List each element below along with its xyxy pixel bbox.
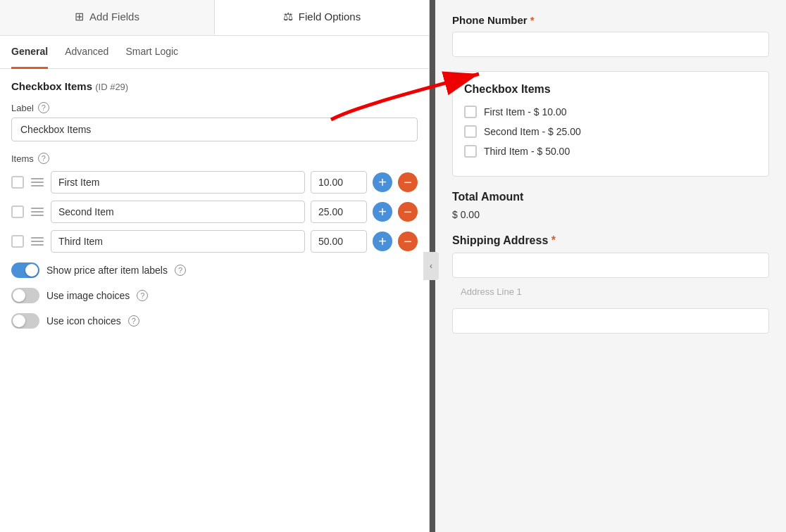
item-2-price-input[interactable] <box>311 201 367 223</box>
checkbox-items-section: Checkbox Items First Item - $ 10.00 Seco… <box>452 71 769 177</box>
toggle-use-image-label: Use image choices <box>46 290 130 301</box>
collapse-icon: ‹ <box>430 261 432 271</box>
field-options-label: Field Options <box>299 11 361 23</box>
total-amount-section: Total Amount $ 0.00 <box>452 191 769 220</box>
item-row-3: + − <box>11 230 418 253</box>
item-3-text-input[interactable] <box>51 230 305 253</box>
top-tab-bar: ⊞ Add Fields ⚖ Field Options <box>0 0 429 36</box>
item-1-text-input[interactable] <box>51 171 305 194</box>
phone-number-label: Phone Number * <box>452 14 769 26</box>
shipping-address-title: Shipping Address * <box>452 234 769 247</box>
item-3-checkbox[interactable] <box>11 235 24 248</box>
form-checkbox-1[interactable] <box>464 106 477 118</box>
toggle-row-use-image: Use image choices ? <box>11 288 418 303</box>
item-1-checkbox[interactable] <box>11 176 24 189</box>
form-checkbox-2[interactable] <box>464 125 477 138</box>
item-1-price-input[interactable] <box>311 171 367 194</box>
items-help-icon[interactable]: ? <box>38 153 49 164</box>
collapse-handle[interactable]: ‹ <box>423 252 439 280</box>
item-row-1: + − <box>11 171 418 194</box>
phone-required-star: * <box>530 14 535 26</box>
tab-general[interactable]: General <box>11 36 48 69</box>
right-panel: Phone Number * Checkbox Items First Item… <box>435 0 786 532</box>
item-2-remove-button[interactable]: − <box>398 202 418 222</box>
toggle-show-price[interactable] <box>11 262 39 278</box>
toggle-use-image[interactable] <box>11 288 39 303</box>
field-content-area: Checkbox Items (ID #29) Label ? Items ? … <box>0 69 429 532</box>
form-checkbox-3[interactable] <box>464 145 477 158</box>
show-price-help-icon[interactable]: ? <box>175 265 186 276</box>
label-text: Label <box>11 103 34 113</box>
item-3-add-button[interactable]: + <box>373 232 392 251</box>
label-input[interactable] <box>11 118 418 141</box>
item-2-add-button[interactable]: + <box>373 202 392 222</box>
toggle-show-price-label: Show price after item labels <box>46 265 168 276</box>
item-row-2: + − <box>11 201 418 223</box>
label-field-row: Label ? <box>11 102 418 113</box>
field-title-text: Checkbox Items <box>11 80 92 92</box>
tab-add-fields[interactable]: ⊞ Add Fields <box>0 0 215 35</box>
item-2-text-input[interactable] <box>51 201 305 223</box>
checkbox-option-2-label: Second Item - $ 25.00 <box>484 126 581 137</box>
tab-field-options[interactable]: ⚖ Field Options <box>215 0 429 35</box>
toggle-row-use-icon: Use icon choices ? <box>11 313 418 329</box>
checkbox-option-1: First Item - $ 10.00 <box>464 106 757 118</box>
address-input-box[interactable] <box>452 253 769 278</box>
item-1-add-button[interactable]: + <box>373 172 392 192</box>
field-options-icon: ⚖ <box>283 10 293 23</box>
shipping-title-text: Shipping Address <box>452 234 548 246</box>
label-help-icon[interactable]: ? <box>38 102 49 113</box>
item-3-price-input[interactable] <box>311 230 367 253</box>
total-amount-value: $ 0.00 <box>452 209 769 220</box>
shipping-address-section: Shipping Address * Address Line 1 <box>452 234 769 334</box>
item-2-checkbox[interactable] <box>11 205 24 218</box>
checkbox-option-3-label: Third Item - $ 50.00 <box>484 146 570 157</box>
item-3-remove-button[interactable]: − <box>398 232 418 251</box>
phone-number-section: Phone Number * <box>452 14 769 57</box>
toggle-use-icon[interactable] <box>11 313 39 329</box>
tab-smart-logic[interactable]: Smart Logic <box>125 36 178 69</box>
field-section-title: Checkbox Items (ID #29) <box>11 80 418 92</box>
items-label-text: Items <box>11 153 34 164</box>
phone-input-box[interactable] <box>452 32 769 57</box>
sub-tab-bar: General Advanced Smart Logic <box>0 36 429 69</box>
items-label-row: Items ? <box>11 153 418 164</box>
use-image-help-icon[interactable]: ? <box>137 290 148 301</box>
tab-advanced[interactable]: Advanced <box>65 36 108 69</box>
field-id-badge: (ID #29) <box>95 82 128 92</box>
use-icon-help-icon[interactable]: ? <box>128 315 139 327</box>
toggle-row-show-price: Show price after item labels ? <box>11 262 418 278</box>
shipping-required-star: * <box>551 234 556 246</box>
add-fields-label: Add Fields <box>89 11 139 23</box>
checkbox-option-2: Second Item - $ 25.00 <box>464 125 757 138</box>
checkbox-items-title: Checkbox Items <box>464 83 757 96</box>
item-3-drag-handle[interactable] <box>30 236 45 247</box>
toggle-use-icon-label: Use icon choices <box>46 315 121 327</box>
address-input-box2[interactable] <box>452 308 769 334</box>
checkbox-option-3: Third Item - $ 50.00 <box>464 145 757 158</box>
total-amount-title: Total Amount <box>452 191 769 203</box>
checkbox-option-1-label: First Item - $ 10.00 <box>484 106 566 118</box>
address-line1-placeholder: Address Line 1 <box>452 281 769 303</box>
item-1-remove-button[interactable]: − <box>398 172 418 192</box>
item-1-drag-handle[interactable] <box>30 177 45 188</box>
item-2-drag-handle[interactable] <box>30 206 45 217</box>
phone-label-text: Phone Number <box>452 14 528 26</box>
add-fields-icon: ⊞ <box>75 10 84 23</box>
